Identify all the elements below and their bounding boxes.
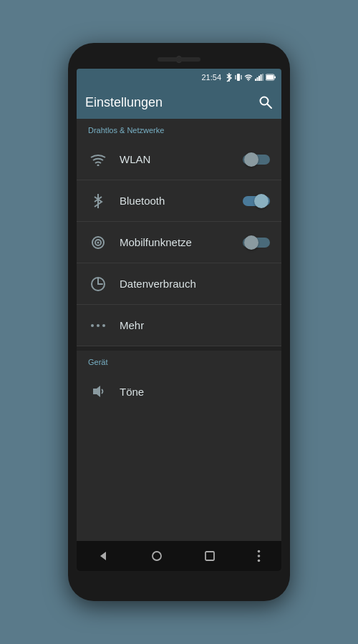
wifi-status-icon bbox=[244, 74, 253, 81]
svg-marker-25 bbox=[100, 552, 106, 560]
bluetooth-toggle-track bbox=[243, 196, 270, 206]
status-bar: 21:54 bbox=[77, 69, 281, 86]
bluetooth-toggle[interactable] bbox=[243, 193, 270, 209]
wlan-toggle-thumb bbox=[244, 152, 258, 167]
svg-rect-7 bbox=[258, 76, 260, 81]
toene-icon bbox=[88, 381, 108, 401]
wlan-toggle[interactable] bbox=[243, 152, 270, 167]
settings-item-datenverbrauch[interactable]: Datenverbrauch bbox=[77, 263, 281, 305]
mehr-icon bbox=[88, 316, 108, 336]
page-title: Einstellungen bbox=[85, 95, 163, 110]
phone-top bbox=[77, 56, 281, 63]
wlan-toggle-track bbox=[243, 155, 270, 165]
svg-rect-11 bbox=[274, 77, 276, 79]
datenverbrauch-label: Datenverbrauch bbox=[120, 278, 270, 290]
svg-point-4 bbox=[248, 80, 249, 81]
datenverbrauch-icon bbox=[88, 274, 108, 294]
svg-rect-27 bbox=[205, 552, 214, 560]
section-header-wireless: Drahtlos & Netzwerke bbox=[77, 119, 281, 139]
toolbar: Einstellungen bbox=[77, 86, 281, 119]
mobilfunk-label: Mobilfunknetze bbox=[120, 236, 243, 248]
svg-point-29 bbox=[257, 555, 260, 557]
menu-button[interactable] bbox=[246, 544, 272, 568]
svg-rect-6 bbox=[257, 77, 258, 81]
mobilfunk-icon bbox=[88, 233, 108, 253]
settings-item-toene[interactable]: Töne bbox=[77, 371, 281, 412]
svg-point-30 bbox=[257, 560, 260, 562]
home-button[interactable] bbox=[140, 545, 174, 567]
svg-rect-1 bbox=[237, 74, 240, 81]
toene-label: Töne bbox=[120, 386, 270, 398]
svg-point-19 bbox=[97, 241, 100, 243]
svg-point-23 bbox=[102, 324, 105, 327]
battery-status-icon bbox=[266, 74, 276, 81]
nav-bar bbox=[77, 541, 281, 571]
phone-frame: 21:54 bbox=[68, 43, 290, 601]
bluetooth-icon bbox=[88, 191, 108, 211]
mehr-label: Mehr bbox=[120, 319, 270, 331]
settings-content: Drahtlos & Netzwerke WLAN bbox=[77, 119, 281, 541]
status-time: 21:54 bbox=[201, 73, 221, 82]
svg-point-15 bbox=[97, 164, 100, 166]
signal-status-icon bbox=[255, 74, 263, 81]
svg-point-26 bbox=[153, 552, 161, 560]
svg-point-21 bbox=[91, 324, 94, 327]
status-icons bbox=[226, 72, 276, 82]
mobilfunk-toggle-track bbox=[243, 238, 270, 248]
bluetooth-status-icon bbox=[226, 72, 233, 82]
bluetooth-label: Bluetooth bbox=[120, 195, 243, 207]
search-button[interactable] bbox=[258, 95, 273, 109]
settings-item-bluetooth[interactable]: Bluetooth bbox=[77, 180, 281, 222]
phone-screen: 21:54 bbox=[77, 69, 281, 571]
svg-marker-24 bbox=[93, 386, 100, 397]
svg-rect-5 bbox=[255, 79, 256, 81]
settings-item-wlan[interactable]: WLAN bbox=[77, 139, 281, 180]
svg-point-22 bbox=[97, 324, 100, 327]
recents-button[interactable] bbox=[193, 545, 226, 567]
svg-rect-9 bbox=[262, 74, 263, 81]
section-header-device: Gerät bbox=[77, 351, 281, 371]
settings-item-mobilfunk[interactable]: Mobilfunknetze bbox=[77, 222, 281, 263]
speaker bbox=[158, 57, 200, 62]
svg-point-28 bbox=[257, 550, 260, 553]
svg-rect-8 bbox=[261, 74, 262, 81]
svg-line-14 bbox=[268, 104, 272, 109]
vibrate-status-icon bbox=[235, 72, 242, 82]
mobilfunk-toggle[interactable] bbox=[243, 235, 270, 250]
back-button[interactable] bbox=[86, 545, 120, 567]
wlan-label: WLAN bbox=[120, 153, 243, 165]
svg-rect-12 bbox=[266, 75, 274, 79]
bluetooth-toggle-thumb bbox=[254, 194, 268, 208]
wlan-icon bbox=[88, 150, 108, 170]
mobilfunk-toggle-thumb bbox=[244, 235, 258, 250]
settings-item-mehr[interactable]: Mehr bbox=[77, 305, 281, 346]
